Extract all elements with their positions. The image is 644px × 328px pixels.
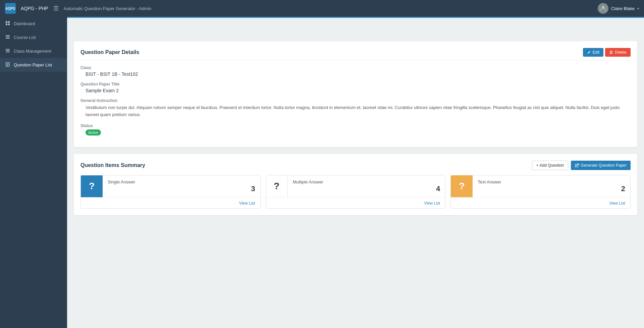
- app-logo-icon: AQPG: [5, 7, 15, 10]
- text-answer-info: Text Answer 2: [473, 175, 630, 197]
- svg-rect-3: [6, 23, 7, 25]
- svg-rect-2: [8, 21, 10, 23]
- top-accent-border: [67, 17, 644, 18]
- single-answer-info: Single Answer 3: [103, 175, 260, 197]
- instruction-field: General Instruction Vestibulum non turpi…: [80, 98, 631, 118]
- svg-rect-9: [6, 50, 10, 51]
- add-question-button[interactable]: + Add Question: [532, 161, 568, 170]
- svg-rect-1: [6, 21, 7, 23]
- class-label: Class: [80, 65, 631, 70]
- page-header-title: Automatic Question Paper Generator - Adm…: [64, 6, 152, 11]
- svg-rect-12: [7, 63, 9, 64]
- dashboard-icon: [5, 21, 10, 26]
- hamburger-icon[interactable]: ☰: [53, 5, 59, 12]
- question-paper-list-label: Question Paper List: [14, 62, 52, 67]
- svg-rect-5: [6, 35, 10, 36]
- single-answer-count: 3: [108, 184, 255, 193]
- sidebar-item-course-list[interactable]: Course List: [0, 31, 67, 44]
- delete-icon: [609, 50, 613, 54]
- summary-multiple-body: ? Mutliple Answer 4: [266, 175, 445, 197]
- edit-icon: [587, 50, 591, 54]
- detail-card-title: Question Paper Details: [80, 49, 139, 55]
- summary-text-body: ? Text Answer 2: [451, 175, 630, 197]
- summary-single-answer: ? Single Answer 3 View List: [80, 175, 261, 209]
- app-title: AQPG - PHP: [21, 6, 48, 11]
- svg-rect-4: [8, 23, 10, 25]
- dashboard-label: Dashboard: [14, 21, 35, 26]
- summary-multiple-answer: ? Mutliple Answer 4 View List: [266, 175, 446, 209]
- main-content: Question Paper Details Edit Delete Class…: [67, 35, 644, 328]
- text-answer-title: Text Answer: [478, 179, 625, 184]
- multiple-answer-title: Mutliple Answer: [293, 179, 440, 184]
- delete-button[interactable]: Delete: [605, 48, 631, 57]
- sidebar-item-question-paper-list[interactable]: Question Paper List: [0, 58, 67, 72]
- class-management-icon: [5, 48, 10, 54]
- single-answer-icon-box: ?: [81, 175, 103, 197]
- instruction-label: General Instruction: [80, 98, 631, 103]
- single-answer-footer: View List: [81, 197, 260, 208]
- user-name: Claire Blake: [611, 6, 635, 11]
- summary-actions: + Add Question Generate Question Paper: [532, 161, 631, 170]
- single-answer-title: Single Answer: [108, 179, 255, 184]
- detail-card: Question Paper Details Edit Delete Class…: [74, 41, 637, 147]
- app-logo: AQPG: [5, 3, 16, 14]
- text-answer-view-list[interactable]: View List: [609, 201, 625, 206]
- class-field: Class BSIT - BSIT 1B - Test102: [80, 65, 631, 77]
- svg-rect-14: [7, 65, 8, 66]
- instruction-value: Vestibulum non turpis dui. Aliquam rutru…: [80, 104, 631, 118]
- generate-question-paper-button[interactable]: Generate Question Paper: [571, 161, 631, 170]
- paper-title-value: Sample Exam 2: [80, 88, 631, 93]
- summary-single-body: ? Single Answer 3: [81, 175, 260, 197]
- class-value: BSIT - BSIT 1B - Test102: [80, 71, 631, 77]
- text-answer-footer: View List: [451, 197, 630, 208]
- single-answer-view-list[interactable]: View List: [239, 201, 255, 206]
- user-menu[interactable]: Claire Blake ▾: [598, 3, 639, 14]
- course-list-icon: [5, 35, 10, 40]
- generate-icon: [575, 163, 579, 167]
- svg-rect-13: [7, 64, 9, 65]
- class-management-label: Class Management: [14, 49, 51, 54]
- user-avatar: [598, 3, 608, 14]
- edit-button[interactable]: Edit: [583, 48, 604, 57]
- paper-title-field: Question Paper Title Sample Exam 2: [80, 82, 631, 93]
- status-field: Status Active: [80, 123, 631, 135]
- status-label: Status: [80, 123, 631, 128]
- svg-rect-10: [6, 52, 10, 52]
- summary-header: Question Items Summary + Add Question Ge…: [80, 161, 631, 170]
- question-paper-icon: [5, 62, 10, 68]
- summary-title: Question Items Summary: [80, 162, 145, 168]
- status-badge: Active: [86, 129, 101, 135]
- top-navbar: AQPG AQPG - PHP ☰ Automatic Question Pap…: [0, 0, 644, 17]
- course-list-label: Course List: [14, 35, 36, 40]
- multiple-answer-info: Mutliple Answer 4: [288, 175, 445, 197]
- svg-rect-8: [6, 49, 10, 50]
- summary-card: Question Items Summary + Add Question Ge…: [74, 154, 637, 215]
- navbar-left: AQPG AQPG - PHP ☰ Automatic Question Pap…: [5, 3, 151, 14]
- paper-title-label: Question Paper Title: [80, 82, 631, 87]
- multiple-answer-view-list[interactable]: View List: [424, 201, 440, 206]
- svg-rect-6: [6, 37, 10, 37]
- summary-text-answer: ? Text Answer 2 View List: [450, 175, 631, 209]
- multiple-answer-footer: View List: [266, 197, 445, 208]
- text-answer-count: 2: [478, 184, 625, 193]
- svg-rect-7: [6, 38, 10, 39]
- multiple-answer-count: 4: [293, 184, 440, 193]
- sidebar-item-class-management[interactable]: Class Management: [0, 44, 67, 58]
- user-dropdown-arrow: ▾: [637, 7, 639, 10]
- sidebar: Dashboard Course List Class Management Q…: [0, 17, 67, 328]
- summary-grid: ? Single Answer 3 View List ?: [80, 175, 631, 209]
- multiple-answer-icon-box: ?: [266, 175, 288, 197]
- text-answer-icon-box: ?: [451, 175, 473, 197]
- detail-card-actions: Edit Delete: [583, 48, 631, 57]
- detail-card-header: Question Paper Details Edit Delete: [80, 48, 631, 60]
- sidebar-item-dashboard[interactable]: Dashboard: [0, 17, 67, 31]
